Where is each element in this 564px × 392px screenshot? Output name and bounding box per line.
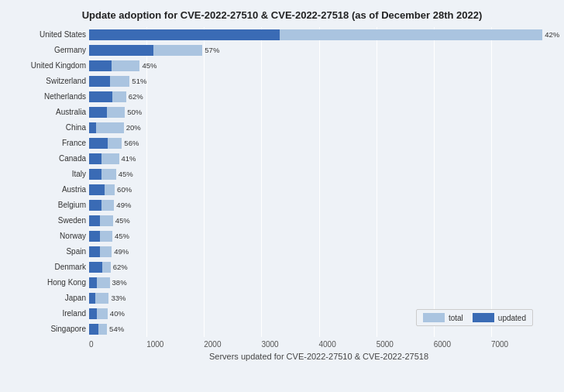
- grid-line: [204, 27, 261, 337]
- grid-line: [319, 27, 377, 337]
- bar-updated: [89, 308, 97, 319]
- bar-updated: [89, 138, 108, 149]
- bar-updated: [89, 29, 280, 40]
- y-axis-label: Italy: [15, 167, 86, 181]
- bar-updated: [89, 293, 95, 304]
- y-axis-label: Spain: [15, 245, 86, 259]
- bar-pct-label: 54%: [109, 325, 124, 333]
- bar-pct-label: 45%: [115, 216, 130, 225]
- x-tick: 5000: [377, 340, 434, 349]
- y-axis-label: Germany: [15, 43, 86, 57]
- y-axis-label: United States: [15, 28, 86, 42]
- bar-updated: [89, 122, 96, 133]
- bar-pct-label: 62%: [113, 263, 128, 271]
- bar-row: 50%: [89, 105, 549, 119]
- bar-row: 49%: [89, 245, 549, 259]
- legend-total: total: [423, 313, 463, 322]
- x-tick: 0: [89, 340, 146, 349]
- bar-row: 51%: [89, 74, 549, 88]
- legend-total-color: [423, 313, 445, 322]
- bar-row: 45%: [89, 59, 549, 73]
- bar-row: 56%: [89, 136, 549, 150]
- bar-row: 38%: [89, 276, 549, 290]
- bar-pct-label: 42%: [545, 30, 559, 39]
- bar-updated: [89, 215, 100, 226]
- bar-updated: [89, 200, 101, 211]
- y-axis-label: Austria: [15, 183, 86, 197]
- bar-updated: [89, 91, 112, 102]
- bar-updated: [89, 153, 101, 164]
- y-axis-label: China: [15, 121, 86, 135]
- bar-row: 42%: [89, 28, 549, 42]
- legend-updated-label: updated: [498, 314, 526, 322]
- grid-line: [491, 27, 549, 337]
- grid-line: [434, 27, 491, 337]
- x-tick: 7000: [491, 340, 549, 349]
- y-axis-label: Belgium: [15, 198, 86, 212]
- y-axis-label: Sweden: [15, 214, 86, 228]
- y-axis-label: Japan: [15, 291, 86, 305]
- bar-pct-label: 50%: [127, 108, 142, 116]
- bar-row: 45%: [89, 214, 549, 228]
- bar-row: 62%: [89, 260, 549, 274]
- y-axis-label: Singapore: [15, 322, 86, 336]
- chart-container: Update adoption for CVE-2022-27510 & CVE…: [0, 0, 564, 392]
- x-tick: 2000: [204, 340, 261, 349]
- bar-pct-label: 62%: [129, 92, 143, 101]
- bar-pct-label: 51%: [132, 77, 146, 85]
- bar-row: 45%: [89, 167, 549, 181]
- x-tick: 4000: [319, 340, 377, 349]
- bar-pct-label: 20%: [126, 123, 141, 132]
- bar-row: 41%: [89, 152, 549, 166]
- bar-updated: [89, 45, 153, 56]
- y-axis-label: United Kingdom: [15, 59, 86, 73]
- bar-pct-label: 41%: [122, 154, 136, 163]
- bar-updated: [89, 60, 112, 71]
- grid-line: [146, 27, 204, 337]
- y-axis: United StatesGermanyUnited KingdomSwitze…: [15, 27, 89, 337]
- bar-updated: [89, 246, 100, 257]
- bar-pct-label: 45%: [119, 170, 133, 178]
- bar-row: 57%: [89, 43, 549, 57]
- chart-title: Update adoption for CVE-2022-27510 & CVE…: [15, 9, 549, 21]
- x-axis: 01000200030004000500060007000: [89, 340, 549, 349]
- y-axis-label: Ireland: [15, 307, 86, 321]
- x-tick: 1000: [146, 340, 204, 349]
- bar-pct-label: 60%: [117, 185, 132, 194]
- bar-updated: [89, 324, 98, 335]
- y-axis-label: Australia: [15, 105, 86, 119]
- legend: total updated: [416, 309, 533, 326]
- grid-lines: [89, 27, 549, 337]
- legend-updated-color: [473, 313, 494, 322]
- bar-pct-label: 45%: [115, 232, 129, 240]
- grid-line: [89, 27, 146, 337]
- bar-updated: [89, 277, 97, 288]
- grid-line: [377, 27, 434, 337]
- bar-pct-label: 45%: [142, 61, 156, 70]
- bar-row: 20%: [89, 121, 549, 135]
- chart-area: United StatesGermanyUnited KingdomSwitze…: [15, 27, 549, 337]
- bar-updated: [89, 76, 110, 87]
- bar-pct-label: 49%: [114, 247, 129, 256]
- bar-row: 49%: [89, 198, 549, 212]
- bar-row: 33%: [89, 291, 549, 305]
- x-tick: 3000: [261, 340, 318, 349]
- bar-pct-label: 38%: [112, 278, 127, 287]
- bar-updated: [89, 107, 107, 118]
- y-axis-label: France: [15, 136, 86, 150]
- bar-updated: [89, 262, 102, 273]
- bar-pct-label: 49%: [116, 201, 131, 209]
- grid-line: [261, 27, 318, 337]
- bar-row: 60%: [89, 183, 549, 197]
- bar-pct-label: 57%: [205, 46, 219, 54]
- bar-updated: [89, 231, 100, 242]
- y-axis-label: Hong Kong: [15, 276, 86, 290]
- legend-total-label: total: [449, 314, 463, 322]
- bar-updated: [89, 184, 105, 195]
- y-axis-label: Norway: [15, 229, 86, 243]
- legend-updated: updated: [473, 313, 526, 322]
- bars-area: 42%57%45%51%62%50%20%56%41%45%60%49%45%4…: [89, 27, 549, 337]
- bar-row: 62%: [89, 90, 549, 104]
- y-axis-label: Canada: [15, 152, 86, 166]
- bar-pct-label: 56%: [124, 139, 139, 147]
